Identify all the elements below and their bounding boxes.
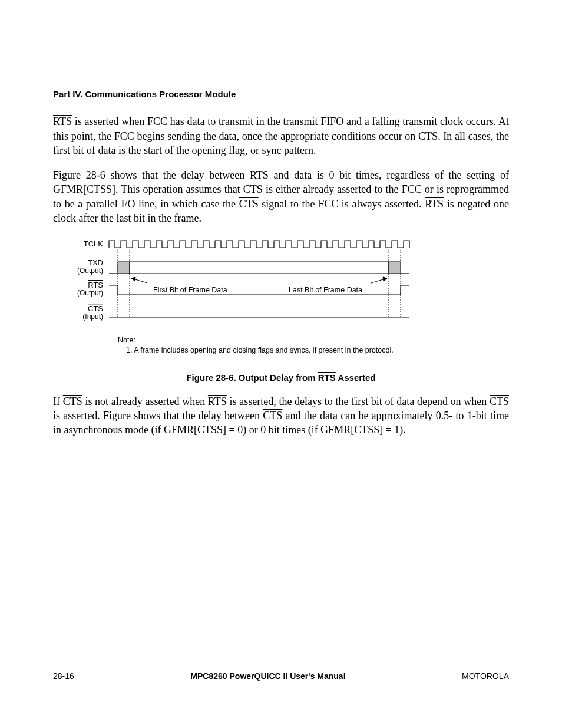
svg-marker-6 [131, 277, 135, 281]
manual-title: MPC8260 PowerQUICC II User's Manual [190, 671, 345, 682]
cts-sub: (Input) [82, 312, 103, 321]
cts-signal: CTS [418, 130, 438, 142]
first-bit-label: First Bit of Frame Data [153, 286, 227, 294]
figure-caption: Figure 28-6. Output Delay from RTS Asser… [53, 372, 509, 384]
svg-rect-0 [118, 262, 130, 274]
p3-text-c: is asserted, the delays to the first bit… [227, 396, 490, 407]
arrow-last [371, 277, 387, 283]
rts-sub: (Output) [77, 289, 103, 297]
caption-pre: Figure 28-6. Output Delay from [186, 373, 318, 383]
cts-signal: CTS [239, 198, 259, 210]
rts-signal: RTS [250, 169, 269, 181]
rts-diagram-label: RTS [88, 281, 103, 289]
paragraph-1: RTS is asserted when FCC has data to tra… [53, 114, 509, 157]
timing-svg: TCLK TXD (Output) RTS (Output) CTS (Inpu… [53, 236, 418, 330]
cts-signal: CTS [63, 396, 82, 407]
note-label: Note: [118, 336, 135, 344]
brand: MOTOROLA [462, 671, 509, 682]
page-number: 28-16 [53, 671, 74, 682]
rts-signal: RTS [318, 373, 336, 383]
p2-text-d: signal to the FCC is always asserted. [259, 198, 425, 210]
tclk-wave [109, 241, 409, 248]
tclk-label: TCLK [84, 239, 104, 248]
diagram-note: Note: 1. A frame includes opening and cl… [118, 335, 509, 355]
txd-label: TXD [88, 258, 103, 267]
cts-signal: CTS [490, 396, 509, 407]
paragraph-2: Figure 28-6 shows that the delay between… [53, 168, 509, 225]
note-text: 1. A frame includes opening and closing … [126, 345, 509, 355]
p3-text-b: is not already asserted when [82, 396, 208, 407]
p3-text-a: If [53, 396, 63, 407]
part-header: Part IV. Communications Processor Module [53, 88, 509, 100]
svg-rect-1 [130, 262, 389, 274]
paragraph-3: If CTS is not already asserted when RTS … [53, 394, 509, 437]
cts-signal: CTS [243, 183, 263, 195]
txd-wave [109, 262, 409, 274]
rts-signal: RTS [208, 396, 227, 407]
page-footer: 28-16 MPC8260 PowerQUICC II User's Manua… [53, 671, 509, 682]
page: Part IV. Communications Processor Module… [0, 0, 562, 728]
svg-marker-8 [383, 277, 387, 281]
cts-diagram-label: CTS [88, 304, 103, 313]
last-bit-label: Last Bit of Frame Data [289, 286, 362, 294]
arrow-first [131, 277, 147, 283]
svg-rect-2 [389, 262, 401, 274]
caption-post: Asserted [336, 373, 376, 383]
rts-signal: RTS [53, 116, 72, 127]
p3-text-d: is asserted. Figure shows that the delay… [53, 410, 263, 421]
cts-signal: CTS [263, 410, 282, 421]
footer-rule [53, 666, 509, 666]
p2-text-a: Figure 28-6 shows that the delay between [53, 169, 250, 181]
rts-signal: RTS [425, 198, 444, 210]
timing-diagram: TCLK TXD (Output) RTS (Output) CTS (Inpu… [53, 236, 509, 355]
txd-sub: (Output) [77, 266, 103, 275]
